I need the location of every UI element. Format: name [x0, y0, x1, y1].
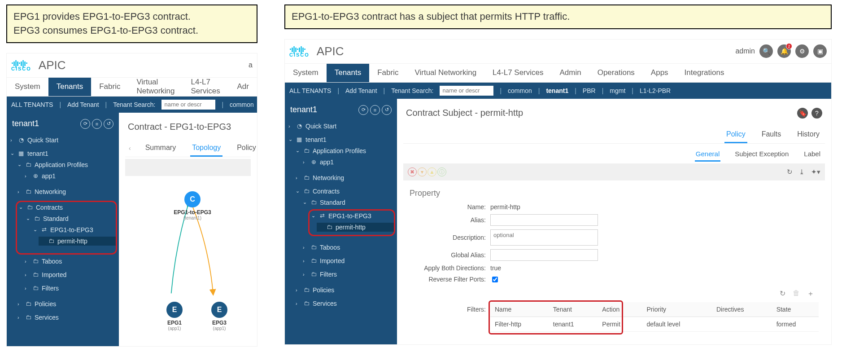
tenant-link-common[interactable]: common — [230, 101, 254, 108]
tab-policy[interactable]: Policy — [724, 127, 747, 143]
tab-summary[interactable]: Summary — [144, 140, 178, 157]
col-directives[interactable]: Directives — [712, 302, 772, 317]
tree-epg1-to-epg3[interactable]: ⌄⇄EPG1-to-EPG3 — [310, 211, 394, 220]
table-row[interactable]: Filter-http tenant1 Permit default level… — [490, 317, 819, 331]
tree-imported[interactable]: ›🗀Imported — [301, 256, 395, 265]
subtab-general[interactable]: General — [695, 147, 720, 162]
search-icon[interactable]: 🔍 — [759, 44, 773, 58]
all-tenants-link[interactable]: ALL TENANTS — [289, 87, 331, 94]
tree-quick-start[interactable]: ›◔Quick Start — [287, 122, 395, 131]
filters-refresh-icon[interactable]: ↻ — [780, 289, 785, 299]
sidebar-filter-icon[interactable]: ≡ — [92, 119, 102, 129]
tree-networking[interactable]: ›🗀Networking — [294, 173, 395, 182]
download-icon[interactable]: ⤓ — [799, 168, 805, 176]
tab-admin[interactable]: Admin — [552, 64, 589, 82]
apps-icon[interactable]: ▣ — [813, 44, 827, 58]
tab-virtual-networking[interactable]: Virtual Networking — [128, 78, 183, 96]
tree-taboos[interactable]: ›🗀Taboos — [301, 243, 395, 252]
tree-tenant-root[interactable]: ⌄▦tenant1 — [287, 135, 395, 144]
sidebar-history-icon[interactable]: ↺ — [382, 105, 392, 115]
tree-permit-http[interactable]: 🗀permit-http — [39, 237, 116, 246]
tree-app1[interactable]: ›⊕app1 — [301, 158, 395, 167]
tree-standard[interactable]: ⌄🗀Standard — [24, 214, 116, 223]
tree-filters[interactable]: ›🗀Filters — [301, 270, 395, 279]
folder-icon: 🗀 — [310, 271, 317, 277]
node-epg1[interactable]: E — [166, 302, 183, 318]
sidebar-filter-icon[interactable]: ≡ — [370, 105, 380, 115]
global-alias-input[interactable] — [490, 249, 598, 261]
tree-app-profiles[interactable]: ⌄🗀Application Profiles — [16, 160, 117, 169]
subtab-label[interactable]: Label — [803, 147, 821, 162]
tab-system[interactable]: System — [7, 78, 48, 96]
tab-fabric[interactable]: Fabric — [91, 78, 128, 96]
tab-policy[interactable]: Policy — [235, 140, 258, 157]
sidebar-tree-mode-icon[interactable]: ⟳ — [358, 105, 368, 115]
tab-l4l7[interactable]: L4-L7 Services — [183, 78, 229, 96]
tab-operations[interactable]: Operations — [589, 64, 643, 82]
settings-icon[interactable]: ⚙ — [795, 44, 809, 58]
tab-topology[interactable]: Topology — [190, 140, 222, 157]
tab-system[interactable]: System — [285, 64, 327, 82]
bookmark-icon[interactable]: 🔖 — [797, 108, 808, 119]
tree-policies[interactable]: ›🗀Policies — [294, 286, 395, 295]
filters-add-icon[interactable]: ＋ — [807, 289, 814, 299]
tree-quick-start[interactable]: ›◔Quick Start — [9, 136, 117, 145]
tab-faults[interactable]: Faults — [760, 127, 783, 143]
tree-services[interactable]: ›🗀Services — [16, 313, 117, 322]
tree-contracts[interactable]: ⌄🗀Contracts — [17, 203, 116, 212]
tab-fabric[interactable]: Fabric — [369, 64, 406, 82]
tree-networking[interactable]: ›🗀Networking — [16, 187, 117, 196]
tools-icon[interactable]: ✦▾ — [811, 168, 820, 176]
tab-history[interactable]: History — [795, 127, 821, 143]
help-icon[interactable]: ? — [811, 108, 822, 119]
add-tenant-link[interactable]: Add Tenant — [67, 101, 99, 108]
alerts-icon[interactable]: 🔔2 — [777, 44, 791, 58]
tab-tenants[interactable]: Tenants — [327, 64, 370, 82]
tenant-search-input[interactable] — [440, 86, 493, 96]
tenant-link-l1l2pbr[interactable]: L1-L2-PBR — [640, 87, 671, 94]
col-action[interactable]: Action — [598, 302, 642, 317]
col-priority[interactable]: Priority — [642, 302, 712, 317]
tab-virtual-networking[interactable]: Virtual Networking — [406, 64, 484, 82]
tenant-link-mgmt[interactable]: mgmt — [610, 87, 625, 94]
node-contract[interactable]: C — [184, 191, 201, 207]
tab-l4l7[interactable]: L4-L7 Services — [484, 64, 551, 82]
tree-filters[interactable]: ›🗀Filters — [23, 284, 117, 293]
alias-input[interactable] — [490, 214, 598, 226]
col-name[interactable]: Name — [490, 302, 549, 317]
tree-policies[interactable]: ›🗀Policies — [16, 299, 117, 308]
description-input[interactable] — [490, 229, 598, 246]
tenant-search-input[interactable] — [161, 100, 215, 110]
tree-taboos[interactable]: ›🗀Taboos — [23, 257, 117, 266]
filters-delete-icon[interactable]: 🗑 — [793, 289, 800, 299]
name-label: Name: — [410, 203, 490, 211]
fault-summary-icons[interactable]: ✖▾▲ⓘ — [408, 167, 447, 177]
col-tenant[interactable]: Tenant — [549, 302, 598, 317]
add-tenant-link[interactable]: Add Tenant — [345, 87, 377, 94]
user-label[interactable]: admin — [735, 47, 755, 55]
sidebar-tree-mode-icon[interactable]: ⟳ — [80, 119, 90, 129]
tenant-link-common[interactable]: common — [508, 87, 532, 94]
tree-imported[interactable]: ›🗀Imported — [23, 270, 117, 279]
tab-tenants[interactable]: Tenants — [48, 78, 92, 96]
tenant-link-tenant1[interactable]: tenant1 — [546, 87, 568, 94]
tab-admin[interactable]: Adr — [229, 78, 257, 96]
tenant-link-pbr[interactable]: PBR — [583, 87, 596, 94]
tree-app1[interactable]: ›⊕app1 — [23, 172, 117, 180]
tree-permit-http[interactable]: 🗀permit-http — [317, 223, 394, 232]
node-epg3[interactable]: E — [211, 302, 227, 318]
tree-standard[interactable]: ⌄🗀Standard — [301, 198, 395, 207]
tree-epg1-to-epg3[interactable]: ⌄⇄EPG1-to-EPG3 — [31, 225, 116, 234]
tree-contracts[interactable]: ⌄🗀Contracts — [294, 187, 395, 196]
refresh-icon[interactable]: ↻ — [787, 168, 793, 176]
tab-integrations[interactable]: Integrations — [676, 64, 733, 82]
tree-tenant-root[interactable]: ⌄▦tenant1 — [9, 149, 117, 158]
col-state[interactable]: State — [772, 302, 819, 317]
tree-app-profiles[interactable]: ⌄🗀Application Profiles — [294, 146, 395, 155]
reverse-ports-checkbox[interactable] — [492, 277, 498, 282]
tree-services[interactable]: ›🗀Services — [294, 299, 395, 308]
tab-apps[interactable]: Apps — [643, 64, 676, 82]
subtab-subject-exception[interactable]: Subject Exception — [734, 147, 789, 162]
all-tenants-link[interactable]: ALL TENANTS — [11, 101, 53, 108]
sidebar-history-icon[interactable]: ↺ — [104, 119, 113, 129]
